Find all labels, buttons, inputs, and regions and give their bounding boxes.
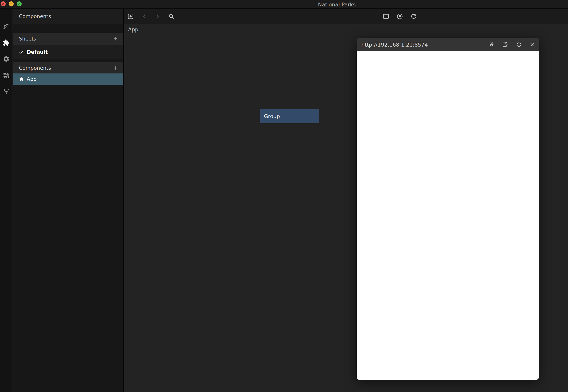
bug-icon xyxy=(488,42,495,48)
check-icon xyxy=(18,49,24,55)
stop-icon xyxy=(396,13,403,20)
stop-button[interactable] xyxy=(396,13,403,20)
rail-components-icon[interactable] xyxy=(3,39,10,46)
preview-url: http://192.168.1.21:8574 xyxy=(361,38,428,51)
group-element[interactable]: Group xyxy=(260,109,319,123)
navigate-forward-button[interactable] xyxy=(154,13,161,20)
rail-version-control-icon[interactable] xyxy=(3,88,10,95)
sidebar-panel-title: Components xyxy=(13,9,123,24)
reload-button[interactable] xyxy=(410,13,417,20)
minimize-icon xyxy=(9,1,14,6)
add-sheet-button[interactable] xyxy=(113,36,118,42)
refresh-preview-button[interactable] xyxy=(516,42,522,48)
close-window-button[interactable] xyxy=(1,1,6,6)
rail-settings-icon[interactable] xyxy=(3,55,10,62)
close-icon xyxy=(529,42,535,48)
app-window: { "titlebar": { "title": "National Parks… xyxy=(0,0,568,392)
add-component-toolbar-button[interactable] xyxy=(127,13,134,20)
refresh-icon xyxy=(410,13,417,20)
home-icon xyxy=(18,76,24,82)
window-controls xyxy=(1,1,22,6)
search-icon xyxy=(168,13,175,20)
plus-icon xyxy=(113,36,118,42)
rail-route-icon[interactable] xyxy=(3,23,10,30)
components-section-title: Components xyxy=(19,65,51,71)
refresh-icon xyxy=(516,42,522,48)
split-columns-icon xyxy=(383,13,389,20)
sheet-item-label: Default xyxy=(27,49,48,55)
search-button[interactable] xyxy=(168,13,175,20)
components-sidebar: Components Sheets Default Components xyxy=(13,9,123,392)
activity-rail xyxy=(0,9,13,392)
preview-window: http://192.168.1.21:8574 xyxy=(357,38,539,380)
preview-content[interactable] xyxy=(357,51,539,380)
maximize-window-button[interactable] xyxy=(17,1,22,6)
group-element-label: Group xyxy=(264,113,280,119)
chevron-left-icon xyxy=(141,13,148,20)
split-view-button[interactable] xyxy=(383,13,389,20)
component-item-app[interactable]: App xyxy=(13,73,123,85)
titlebar: National Parks xyxy=(0,0,568,9)
debug-button[interactable] xyxy=(488,42,495,48)
minimize-window-button[interactable] xyxy=(9,1,14,6)
sheets-section-title: Sheets xyxy=(19,36,36,42)
sheet-item-default[interactable]: Default xyxy=(13,45,123,59)
close-preview-button[interactable] xyxy=(529,42,535,48)
component-item-label: App xyxy=(27,76,37,82)
breadcrumb[interactable]: App xyxy=(128,27,138,32)
close-icon xyxy=(1,1,6,6)
plus-square-icon xyxy=(127,13,134,20)
add-component-button[interactable] xyxy=(113,65,118,71)
rail-extensions-icon[interactable] xyxy=(3,72,10,79)
navigate-back-button[interactable] xyxy=(141,13,148,20)
components-section-header: Components xyxy=(13,62,123,74)
window-magnifier-icon xyxy=(502,42,508,48)
maximize-icon xyxy=(17,1,22,6)
editor-toolbar xyxy=(124,9,568,24)
preview-titlebar[interactable]: http://192.168.1.21:8574 xyxy=(357,38,539,51)
window-title: National Parks xyxy=(318,1,356,8)
inspect-button[interactable] xyxy=(502,42,508,48)
plus-icon xyxy=(113,65,118,71)
sheets-section-header: Sheets xyxy=(13,33,123,45)
chevron-right-icon xyxy=(154,13,161,20)
